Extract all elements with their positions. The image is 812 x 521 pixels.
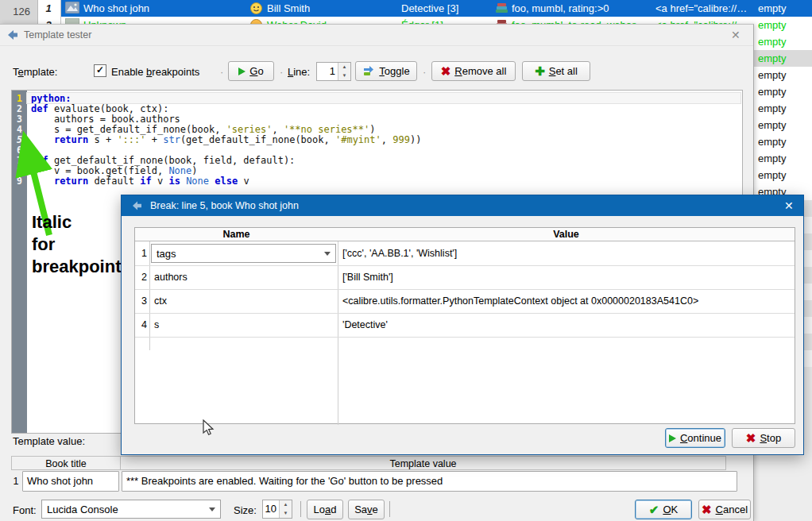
- spinner-buttons[interactable]: ▲ ▼: [279, 500, 292, 518]
- code-line[interactable]: def get_default_if_none(book, field, def…: [27, 155, 740, 165]
- row-number: 4: [135, 319, 147, 330]
- variable-value[interactable]: <calibre.utils.formatter.PythonTemplateC…: [342, 295, 698, 307]
- check-icon: ✔: [649, 504, 659, 515]
- remove-all-button[interactable]: ✖ Remove all: [431, 61, 516, 81]
- row-number: 2: [135, 272, 147, 283]
- book-list-cell-empty[interactable]: empty: [753, 150, 812, 167]
- chevron-down-icon: [324, 252, 331, 256]
- variable-name[interactable]: authors: [154, 272, 188, 283]
- code-line[interactable]: v = book.get(field, None): [27, 165, 740, 176]
- code-line[interactable]: return default if v is None else v: [27, 176, 740, 186]
- link-cell[interactable]: <a href="calibre://…: [655, 0, 747, 17]
- book-list-cell-empty[interactable]: empty: [753, 100, 812, 117]
- close-icon[interactable]: ✕: [731, 29, 740, 41]
- editor-code[interactable]: python:def evaluate(book, ctx): authors …: [27, 93, 740, 186]
- font-combobox[interactable]: Lucida Console: [41, 500, 221, 519]
- font-label: Font:: [13, 504, 37, 516]
- book-title-cell[interactable]: Unknown: [83, 17, 126, 24]
- save-button[interactable]: Save: [348, 500, 385, 519]
- line-number[interactable]: 5: [12, 134, 27, 145]
- variable-name[interactable]: ctx: [154, 295, 167, 307]
- book-list-cell-empty[interactable]: empty: [753, 50, 812, 67]
- book-count: 126: [0, 6, 30, 17]
- line-number[interactable]: 6: [12, 145, 27, 155]
- editor-gutter[interactable]: 123456789: [12, 91, 27, 433]
- size-value[interactable]: 10: [263, 500, 279, 518]
- line-number[interactable]: 7: [12, 155, 27, 165]
- code-line[interactable]: [27, 145, 740, 155]
- series-cell[interactable]: Detective [3]: [401, 0, 458, 17]
- variable-value[interactable]: ['Bill Smith']: [342, 272, 393, 283]
- code-line[interactable]: return s + ':::' + str(get_default_if_no…: [27, 134, 740, 145]
- book-list-cell-empty[interactable]: empty: [753, 33, 812, 50]
- spin-down-icon[interactable]: ▼: [280, 509, 292, 518]
- ok-button[interactable]: ✔ OK: [635, 500, 692, 519]
- spin-up-icon[interactable]: ▲: [338, 63, 350, 71]
- line-number[interactable]: 4: [12, 124, 27, 134]
- link-cell[interactable]: <a href="calibre://: [655, 17, 737, 24]
- book-list-cell-empty[interactable]: empty: [753, 133, 812, 150]
- book-list-cell-empty[interactable]: empty: [753, 83, 812, 100]
- variable-value[interactable]: ['ccc', 'AA.BB.1', 'Wishlist']: [342, 248, 457, 259]
- result-book-title-cell[interactable]: Who shot john: [22, 471, 119, 492]
- tags-cell[interactable]: foo, mumbl, rating:>0: [512, 0, 609, 17]
- row-number[interactable]: 2: [38, 17, 59, 24]
- book-list-cell-empty[interactable]: empty: [753, 0, 812, 17]
- column-header-name[interactable]: Name: [135, 228, 338, 241]
- book-list-strip: 126 1 2 Who shot john Bill Smith Detecti…: [0, 0, 753, 24]
- column-header-book-title[interactable]: Book title: [11, 456, 121, 470]
- stop-button[interactable]: ✖ Stop: [732, 428, 795, 448]
- continue-button[interactable]: Continue: [665, 428, 725, 448]
- spin-up-icon[interactable]: ▲: [280, 500, 292, 509]
- line-number[interactable]: 2: [12, 103, 27, 114]
- code-line[interactable]: python:: [27, 93, 740, 103]
- grid-line: [135, 289, 795, 290]
- result-template-value-cell[interactable]: *** Breakpoints are enabled. Waiting for…: [122, 471, 737, 492]
- toggle-button[interactable]: Toggle: [355, 61, 417, 81]
- code-line[interactable]: authors = book.authors: [27, 114, 740, 124]
- line-number[interactable]: 8: [12, 165, 27, 176]
- break-titlebar: Break: line 5, book Who shot john ✕: [122, 195, 803, 216]
- series-cell[interactable]: Édgar [1]: [401, 17, 443, 24]
- ok-label: OK: [663, 504, 678, 515]
- book-list-row-2[interactable]: Unknown Weber David Édgar [1] foo, mumbl…: [61, 17, 753, 24]
- enable-breakpoints-checkbox[interactable]: ✓: [94, 64, 106, 77]
- line-number[interactable]: 3: [12, 114, 27, 124]
- book-list-cell-empty[interactable]: empty: [753, 67, 812, 83]
- tags-cell[interactable]: foo, mumbl, to-read, webos: [512, 17, 637, 24]
- line-number-spinner[interactable]: 1 ▲ ▼: [316, 62, 351, 81]
- line-number-value[interactable]: 1: [317, 63, 338, 80]
- author-cell[interactable]: Weber David: [267, 17, 327, 24]
- book-list-cell-empty[interactable]: empty: [753, 117, 812, 133]
- column-header-template-value[interactable]: Template value: [120, 456, 726, 470]
- size-spinner[interactable]: 10 ▲ ▼: [262, 500, 292, 519]
- dialog-title: Template tester: [24, 29, 91, 41]
- close-icon[interactable]: ✕: [784, 199, 794, 212]
- line-number[interactable]: 9: [12, 176, 27, 186]
- set-all-button[interactable]: ✚ Set all: [522, 61, 590, 81]
- variable-name-combobox[interactable]: tags: [151, 244, 336, 263]
- left-panel: 126: [0, 0, 38, 24]
- row-number[interactable]: 1: [38, 0, 59, 17]
- author-cell[interactable]: Bill Smith: [267, 0, 310, 17]
- spin-down-icon[interactable]: ▼: [338, 71, 350, 80]
- spinner-buttons[interactable]: ▲ ▼: [338, 63, 350, 80]
- load-button[interactable]: Load: [307, 500, 343, 519]
- book-title-cell[interactable]: Who shot john: [83, 0, 149, 17]
- stop-x-icon: ✖: [746, 432, 756, 444]
- column-header-value[interactable]: Value: [338, 228, 795, 241]
- variable-value[interactable]: 'Detective': [342, 319, 388, 330]
- cancel-label: Cancel: [716, 504, 748, 515]
- book-list-row-selected[interactable]: Who shot john Bill Smith Detective [3] f…: [61, 0, 753, 17]
- cancel-button[interactable]: ✖ Cancel: [698, 500, 751, 519]
- book-list-cell-empty[interactable]: empty: [753, 17, 812, 33]
- book-list-cell-empty[interactable]: empty: [753, 167, 812, 183]
- go-button[interactable]: Go: [228, 61, 274, 81]
- line-number[interactable]: 1: [12, 93, 27, 103]
- template-value-label: Template value:: [13, 435, 85, 447]
- code-line[interactable]: def evaluate(book, ctx):: [27, 103, 740, 114]
- plus-icon: ✚: [535, 65, 545, 77]
- variable-name[interactable]: s: [154, 319, 159, 330]
- code-line[interactable]: s = get_default_if_none(book, 'series', …: [27, 124, 740, 134]
- book-cover-icon: [65, 2, 79, 16]
